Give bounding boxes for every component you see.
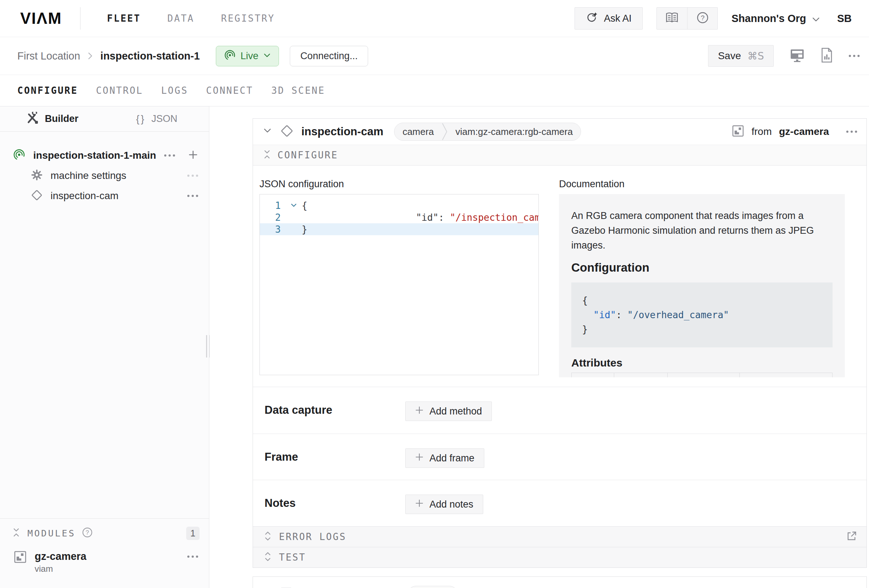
divider xyxy=(80,7,80,30)
viam-logo[interactable]: VIΛM xyxy=(20,9,62,27)
documentation-button[interactable] xyxy=(657,7,687,29)
item-menu-icon[interactable] xyxy=(187,195,198,197)
breadcrumb-location[interactable]: First Location xyxy=(17,50,80,62)
part-menu-icon[interactable] xyxy=(164,154,175,157)
data-capture-title: Data capture xyxy=(264,401,405,417)
chevron-right-icon xyxy=(87,52,93,60)
component-card-inspection-cam: inspection-cam camera viam:gz-camera:rgb… xyxy=(253,118,867,568)
tree-item-machine-settings[interactable]: machine settings xyxy=(0,166,209,186)
module-name: gz-camera xyxy=(35,551,86,562)
notes-title: Notes xyxy=(264,495,405,510)
broadcast-icon xyxy=(224,49,236,62)
save-button[interactable]: Save ⌘S xyxy=(708,45,774,67)
test-bar[interactable]: TEST xyxy=(253,547,866,567)
config-sidebar: Builder {} JSON inspection-station-1-mai… xyxy=(0,107,209,588)
item-menu-icon[interactable] xyxy=(187,175,198,177)
mode-json[interactable]: {} JSON xyxy=(105,107,209,131)
save-shortcut: ⌘S xyxy=(747,50,764,62)
expand-icon xyxy=(264,531,272,542)
documentation-code-block: { "id": "/overhead_camera" } xyxy=(571,283,833,347)
help-button[interactable]: ? xyxy=(687,7,718,29)
chevron-down-icon xyxy=(264,53,271,59)
json-config-label: JSON configuration xyxy=(260,179,539,190)
module-list-item[interactable]: gz-camera viam xyxy=(0,542,209,574)
top-bar: VIΛM FLEET DATA REGISTRY Ask AI xyxy=(0,0,869,37)
error-logs-bar[interactable]: ERROR LOGS xyxy=(253,526,866,547)
chevron-down-icon[interactable] xyxy=(263,128,272,135)
tab-3d-scene[interactable]: 3D SCENE xyxy=(271,85,325,96)
add-notes-button[interactable]: Add notes xyxy=(405,495,483,514)
nav-registry[interactable]: REGISTRY xyxy=(221,13,274,24)
machine-status-dropdown[interactable]: Live xyxy=(216,46,279,67)
org-switcher[interactable]: Shannon's Org xyxy=(731,13,820,25)
plus-icon xyxy=(415,499,424,510)
tree-root-part[interactable]: inspection-station-1-main xyxy=(0,145,209,166)
open-external-icon[interactable] xyxy=(846,531,857,543)
question-circle-icon: ? xyxy=(697,12,709,25)
machine-bar: First Location inspection-station-1 Live… xyxy=(0,37,869,75)
tab-logs[interactable]: LOGS xyxy=(161,85,188,96)
component-card-header: inspection-cam camera viam:gz-camera:rgb… xyxy=(253,118,866,145)
component-type: camera xyxy=(394,126,442,138)
modules-count-badge: 1 xyxy=(186,527,200,540)
code-key: "id": xyxy=(416,212,450,223)
doc-code-value: "/overhead_camera" xyxy=(627,310,729,320)
module-badge: module xyxy=(408,586,458,588)
machine-bar-actions: Save ⌘S xyxy=(708,45,860,67)
svg-text:?: ? xyxy=(86,529,89,536)
documentation-panel[interactable]: An RGB camera component that reads image… xyxy=(559,194,845,377)
viam-app-page: VIΛM FLEET DATA REGISTRY Ask AI xyxy=(0,0,869,588)
add-component-icon[interactable] xyxy=(188,150,198,161)
add-frame-button[interactable]: Add frame xyxy=(405,449,484,468)
braces-icon: {} xyxy=(136,113,146,125)
expand-icon xyxy=(264,552,272,563)
module-menu-icon[interactable] xyxy=(187,555,198,558)
top-bar-right: Ask AI ? xyxy=(574,7,858,30)
ask-ai-icon xyxy=(586,11,598,26)
add-method-button[interactable]: Add method xyxy=(405,401,492,421)
tab-connect[interactable]: CONNECT xyxy=(206,85,254,96)
more-options-icon[interactable] xyxy=(849,55,860,57)
broadcast-icon xyxy=(13,149,25,162)
machine-tabs: CONFIGURE CONTROL LOGS CONNECT 3D SCENE xyxy=(0,75,869,107)
json-editor[interactable]: 1 { 2 "id": "/inspection_camera" xyxy=(260,194,539,375)
attributes-heading: Attributes xyxy=(571,357,833,369)
plus-icon xyxy=(415,453,424,464)
tree-root-name: inspection-station-1-main xyxy=(33,150,156,161)
avatar[interactable]: SB xyxy=(837,13,852,25)
book-icon xyxy=(666,12,678,25)
module-icon xyxy=(14,551,27,565)
help-button-group: ? xyxy=(657,7,718,30)
component-type-pill: camera viam:gz-camera:rgb-camera xyxy=(394,123,581,141)
nav-fleet[interactable]: FLEET xyxy=(107,13,141,24)
configure-section-bar[interactable]: CONFIGURE xyxy=(253,145,866,166)
connection-status-button[interactable]: Connecting... xyxy=(290,46,368,67)
chevron-down-icon xyxy=(812,13,820,25)
question-circle-icon[interactable]: ? xyxy=(82,527,93,539)
builder-tools-icon xyxy=(26,112,39,126)
monitor-icon[interactable] xyxy=(790,48,805,64)
fold-chevron-icon[interactable] xyxy=(286,203,302,207)
machine-name: inspection-station-1 xyxy=(100,50,200,62)
file-report-icon[interactable] xyxy=(821,47,833,64)
from-module-name[interactable]: gz-camera xyxy=(779,126,829,138)
tab-control[interactable]: CONTROL xyxy=(96,85,143,96)
tree-item-inspection-cam[interactable]: inspection-cam xyxy=(0,186,209,206)
modules-section: MODULES ? 1 gz- xyxy=(0,518,209,588)
test-label: TEST xyxy=(279,552,306,563)
collapse-icon[interactable] xyxy=(12,528,20,539)
status-badge: Live xyxy=(241,50,259,62)
nav-data[interactable]: DATA xyxy=(168,13,194,24)
configure-bar-label: CONFIGURE xyxy=(277,150,338,160)
org-name: Shannon's Org xyxy=(731,13,806,25)
ask-ai-label: Ask AI xyxy=(604,13,632,24)
tab-configure[interactable]: CONFIGURE xyxy=(17,85,78,96)
frame-title: Frame xyxy=(264,449,405,464)
mode-builder[interactable]: Builder xyxy=(0,107,105,131)
component-menu-icon[interactable] xyxy=(846,130,857,133)
gear-icon xyxy=(31,169,43,182)
json-label: JSON xyxy=(151,113,178,124)
ask-ai-button[interactable]: Ask AI xyxy=(574,7,643,30)
modules-title: MODULES xyxy=(27,528,76,539)
tree-item-label: inspection-cam xyxy=(50,190,119,201)
